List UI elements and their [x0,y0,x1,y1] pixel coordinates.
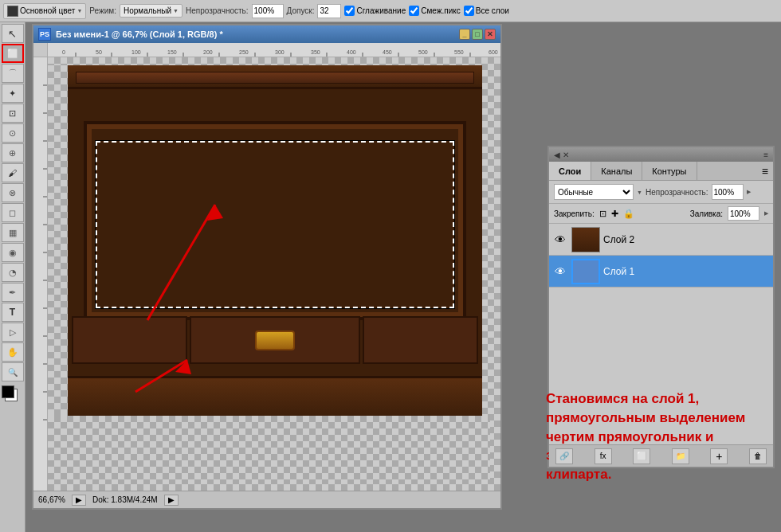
selection-overlay [96,141,454,308]
ruler-left [33,57,48,491]
furniture-top [68,65,482,89]
fill-input[interactable] [728,206,759,221]
allayers-checkbox-item: Все слои [464,6,509,16]
tool-eraser[interactable]: ◻ [2,203,24,222]
svg-text:350: 350 [311,49,320,55]
left-toolbox: ↖ ⬜ ⌒ ✦ ⊡ ⊙ ⊕ 🖌 ⊗ ◻ ▦ ◉ [0,22,26,532]
tool-blur[interactable]: ◉ [2,243,24,262]
lock-pixels-icon[interactable]: ⊡ [599,209,606,219]
lock-label: Закрепить: [554,209,595,218]
color-swatch[interactable]: Основной цвет ▼ [3,3,86,19]
doc-info: Dok: 1.83M/4.24M [92,495,158,504]
svg-text:250: 250 [239,49,249,55]
svg-text:550: 550 [454,49,464,55]
tool-hand[interactable]: ✋ [2,342,24,362]
adjacent-checkbox-item: Смеж.пикс [409,6,461,16]
foreground-background-colors[interactable] [2,385,24,408]
tab-channels[interactable]: Каналы [591,162,642,180]
layers-collapse-icon[interactable]: ≡ [763,151,768,159]
layer-2-thumbnail [571,227,600,252]
layers-titlebar: ◀ ✕ ≡ [549,147,773,162]
tool-pen[interactable]: ✒ [2,283,24,302]
photoshop-window: PS Без имени-1 @ 66,7% (Слой 1, RGB/8) *… [32,24,502,510]
mode-label: Режим: [89,6,116,15]
instruction-box: Становимся на слой 1, прямоугольным выде… [540,386,767,487]
tool-eyedropper[interactable]: ⊙ [2,123,24,143]
transparency-left [48,65,68,471]
color-label: Основной цвет [20,6,75,15]
close-button[interactable]: ✕ [485,29,496,40]
svg-text:600: 600 [489,49,498,55]
layers-tabs: Слои Каналы Контуры ≡ [549,162,773,181]
opacity-label: Непрозрачность: [646,188,708,197]
zoom-arrow[interactable]: ▶ [72,495,86,506]
furniture-inner-panel [84,121,466,320]
layer-2-visibility[interactable]: 👁 [552,232,568,248]
tool-brush[interactable]: 🖌 [2,163,24,182]
tool-stamp[interactable]: ⊗ [2,183,24,202]
layer-item-2[interactable]: 👁 Слой 2 [549,224,773,256]
new-layer-button[interactable]: + [710,448,728,464]
link-layers-button[interactable]: 🔗 [555,448,573,464]
tool-wand[interactable]: ✦ [2,84,24,103]
svg-text:450: 450 [383,49,392,55]
tolerance-input[interactable] [317,4,341,18]
tab-paths[interactable]: Контуры [642,162,697,180]
ps-window-title: Без имени-1 @ 66,7% (Слой 1, RGB/8) * [56,29,223,39]
furniture-image [68,65,482,416]
layers-panel-menu[interactable]: ≡ [757,162,773,180]
ruler-corner [33,43,48,57]
smoothing-checkbox[interactable] [344,6,355,16]
furniture-top-edge [76,72,474,84]
tool-path-select[interactable]: ▷ [2,323,24,342]
transparency-bottom [48,416,490,479]
canvas-viewport[interactable] [48,57,500,491]
main-area: ↖ ⬜ ⌒ ✦ ⊡ ⊙ ⊕ 🖌 ⊗ ◻ ▦ ◉ [0,22,781,532]
delete-layer-button[interactable]: 🗑 [749,448,767,464]
lock-position-icon[interactable]: ✚ [611,209,618,219]
svg-text:50: 50 [96,49,102,55]
blend-mode-select[interactable]: Обычные [554,184,634,200]
tool-move[interactable]: ↖ [2,24,24,43]
ps-titlebar: PS Без имени-1 @ 66,7% (Слой 1, RGB/8) *… [33,25,500,43]
svg-text:0: 0 [62,49,65,55]
tab-layers[interactable]: Слои [549,162,591,180]
instruction-text: Становимся на слой 1, прямоугольным выде… [546,389,760,484]
layers-bottom-bar: 🔗 fx ⬜ 📁 + 🗑 [549,444,773,467]
opacity-input[interactable] [712,184,744,200]
layer-style-button[interactable]: fx [595,448,612,464]
furniture-main-frame [68,89,482,312]
tool-dodge[interactable]: ◔ [2,263,24,282]
canvas-content [68,65,482,471]
tool-zoom[interactable]: 🔍 [2,362,24,381]
layers-title-text: ◀ ✕ [554,151,569,159]
allayers-checkbox[interactable] [464,6,474,16]
layer-1-name: Слой 1 [603,266,770,277]
tool-marquee[interactable]: ⬜ [2,44,24,63]
adjacent-checkbox[interactable] [409,6,419,16]
mode-dropdown[interactable]: Нормальный ▼ [120,4,182,18]
tool-gradient[interactable]: ▦ [2,223,24,242]
layer-1-thumbnail [571,259,600,284]
canvas-area: PS Без имени-1 @ 66,7% (Слой 1, RGB/8) *… [26,22,781,532]
lock-all-icon[interactable]: 🔒 [623,209,634,219]
new-group-button[interactable]: 📁 [672,448,689,464]
maximize-button[interactable]: □ [472,29,483,40]
inner-panel-dark [92,129,458,312]
tool-crop[interactable]: ⊡ [2,104,24,123]
opacity-input[interactable] [252,4,284,18]
tool-text[interactable]: T [2,303,24,322]
layer-item-1[interactable]: 👁 Слой 1 [549,256,773,288]
layer-mask-button[interactable]: ⬜ [633,448,650,464]
svg-text:150: 150 [167,49,177,55]
layer-1-visibility[interactable]: 👁 [552,264,568,280]
bottom-section-right [363,316,478,364]
doc-arrow[interactable]: ▶ [164,495,179,506]
tool-heal[interactable]: ⊕ [2,143,24,162]
blend-opacity-row: Обычные ▼ Непрозрачность: ▶ [549,181,773,204]
window-controls: _ □ ✕ [459,29,496,40]
tolerance-label: Допуск: [287,6,315,15]
minimize-button[interactable]: _ [459,29,470,40]
tool-lasso[interactable]: ⌒ [2,64,24,83]
svg-text:500: 500 [418,49,428,55]
